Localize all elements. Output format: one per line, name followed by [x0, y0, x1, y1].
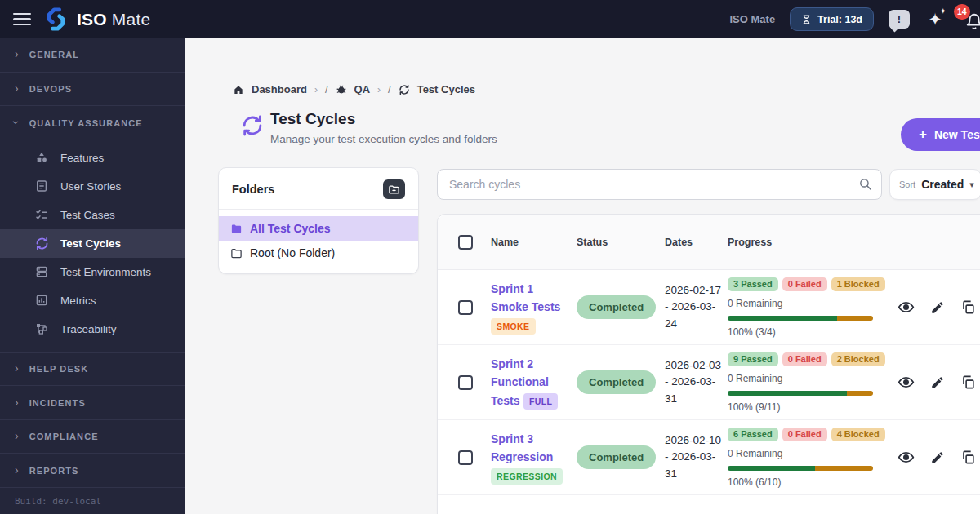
blocked-badge: 1 Blocked: [831, 277, 885, 291]
column-header-dates: Dates: [665, 237, 728, 248]
pencil-icon: [930, 375, 945, 390]
passed-badge: 3 Passed: [728, 277, 778, 291]
sort-dropdown[interactable]: Sort Created ▾: [889, 169, 980, 200]
passed-badge: 6 Passed: [728, 428, 778, 441]
table-header-row: Name Status Dates Progress: [438, 215, 980, 270]
page-title: Test Cycles: [270, 110, 355, 128]
copy-icon: [960, 374, 976, 390]
copy-icon: [960, 450, 976, 465]
progress-bar: [728, 466, 873, 471]
search-input[interactable]: [437, 169, 882, 200]
main-content: Dashboard › / QA › / Test Cycles Test Cy…: [185, 38, 980, 514]
folder-plus-icon: [388, 184, 400, 196]
hamburger-menu-icon[interactable]: [13, 13, 31, 25]
edit-button[interactable]: [930, 450, 945, 465]
exclamation-icon: !: [898, 13, 901, 25]
folder-item-all-test-cycles[interactable]: All Test Cycles: [219, 216, 418, 241]
view-button[interactable]: [898, 299, 915, 316]
build-version-label: Build: dev-local: [0, 488, 185, 514]
column-header-name: Name: [491, 237, 577, 248]
progress-percent-label: 100% (9/11): [728, 401, 887, 413]
progress-bar: [728, 391, 873, 396]
server-stack-icon: [34, 264, 49, 279]
folder-item-root[interactable]: Root (No Folder): [219, 241, 418, 265]
row-checkbox[interactable]: [458, 375, 473, 390]
sort-label: Sort: [899, 179, 915, 189]
sidebar-item-user-stories[interactable]: User Stories: [0, 172, 185, 201]
breadcrumb-chevron: ›: [377, 84, 381, 95]
folders-header: Folders: [232, 183, 274, 196]
feedback-button[interactable]: !: [889, 10, 910, 29]
sidebar-section-help-desk[interactable]: › HELP DESK: [0, 352, 185, 387]
sidebar-item-metrics[interactable]: Metrics: [0, 286, 185, 315]
row-checkbox[interactable]: [458, 450, 473, 465]
folder-outline-icon: [230, 247, 243, 259]
table-row: Sprint 1 Smoke Tests SMOKE Completed 202…: [438, 270, 980, 345]
sort-value: Created: [921, 178, 964, 191]
cycle-name-link[interactable]: Sprint 1 Smoke Tests: [491, 282, 560, 313]
row-checkbox[interactable]: [458, 300, 473, 315]
sidebar-item-traceability[interactable]: Traceability: [0, 315, 185, 343]
edit-button[interactable]: [930, 300, 945, 315]
sidebar-section-reports[interactable]: › REPORTS: [0, 454, 185, 488]
duplicate-button[interactable]: [960, 374, 976, 390]
cycle-dates: 2026-02-17 - 2026-03-24: [665, 282, 728, 332]
view-button[interactable]: [898, 374, 915, 391]
plus-icon: +: [919, 126, 927, 143]
sidebar-section-compliance[interactable]: › COMPLIANCE: [0, 420, 185, 454]
breadcrumb-slash: /: [325, 83, 328, 95]
column-header-status: Status: [577, 237, 665, 248]
pencil-icon: [930, 450, 945, 465]
sidebar-item-test-cycles[interactable]: Test Cycles: [0, 229, 185, 258]
pencil-icon: [930, 300, 945, 315]
edit-button[interactable]: [930, 375, 945, 390]
chevron-right-icon: ›: [15, 362, 19, 374]
workspace-label: ISO Mate: [729, 13, 775, 25]
sparkles-icon[interactable]: ✦✦: [924, 11, 946, 28]
app-root: ISO Mate ISO Mate Trial: 13d ! ✦✦ 14: [0, 0, 980, 514]
status-badge: Completed: [577, 295, 656, 319]
view-button[interactable]: [898, 449, 915, 466]
duplicate-button[interactable]: [960, 450, 976, 465]
breadcrumb-dashboard[interactable]: Dashboard: [252, 83, 307, 95]
trial-button[interactable]: Trial: 13d: [790, 7, 874, 31]
status-badge: Completed: [577, 370, 656, 394]
progress-percent-label: 100% (6/10): [728, 476, 887, 488]
page-subtitle: Manage your test execution cycles and fo…: [270, 133, 497, 145]
brand-name: ISO Mate: [77, 10, 150, 29]
progress-bar: [728, 316, 873, 321]
bar-chart-icon: [34, 293, 49, 308]
table-row: Sprint 4 2026- 0 Passed 0 Failed 0 Block…: [438, 495, 980, 514]
select-all-checkbox[interactable]: [458, 235, 473, 250]
chevron-right-icon: ›: [15, 82, 19, 94]
sidebar: › GENERAL › DEVOPS › QUALITY ASSURANCE F…: [0, 38, 185, 514]
cycle-name-link[interactable]: Sprint 3 Regression: [491, 432, 553, 463]
home-icon: [233, 84, 244, 95]
notification-count-badge: 14: [954, 4, 970, 20]
cycle-dates: 2026-02-10 - 2026-03-31: [665, 432, 728, 482]
checklist-icon: [34, 207, 49, 222]
sidebar-section-general[interactable]: › GENERAL: [0, 38, 185, 73]
sidebar-section-quality-assurance[interactable]: › QUALITY ASSURANCE: [0, 106, 185, 140]
add-folder-button[interactable]: [383, 179, 405, 199]
search-icon: [858, 177, 872, 194]
sidebar-item-test-cases[interactable]: Test Cases: [0, 201, 185, 229]
sidebar-item-test-environments[interactable]: Test Environments: [0, 258, 185, 286]
new-test-cycle-button[interactable]: + New Test C: [901, 118, 980, 151]
notifications-button[interactable]: 14: [960, 7, 980, 32]
sidebar-section-incidents[interactable]: › INCIDENTS: [0, 386, 185, 420]
breadcrumb: Dashboard › / QA › / Test Cycles: [233, 83, 475, 95]
cycles-table: Name Status Dates Progress Sprint 1 Smok…: [437, 214, 980, 514]
sidebar-section-devops[interactable]: › DEVOPS: [0, 73, 185, 107]
chevron-right-icon: ›: [15, 48, 19, 60]
list-card-icon: [34, 179, 49, 193]
qa-submenu: Features User Stories Test Cases Test Cy…: [0, 140, 185, 352]
duplicate-button[interactable]: [960, 299, 976, 315]
sidebar-item-features[interactable]: Features: [0, 144, 185, 172]
breadcrumb-qa[interactable]: QA: [354, 83, 371, 95]
trace-nodes-icon: [34, 321, 49, 336]
remaining-label: 0 Remaining: [728, 373, 887, 384]
folder-filled-icon: [230, 223, 243, 235]
cycle-refresh-icon: [399, 84, 410, 95]
chevron-right-icon: ›: [15, 430, 19, 441]
